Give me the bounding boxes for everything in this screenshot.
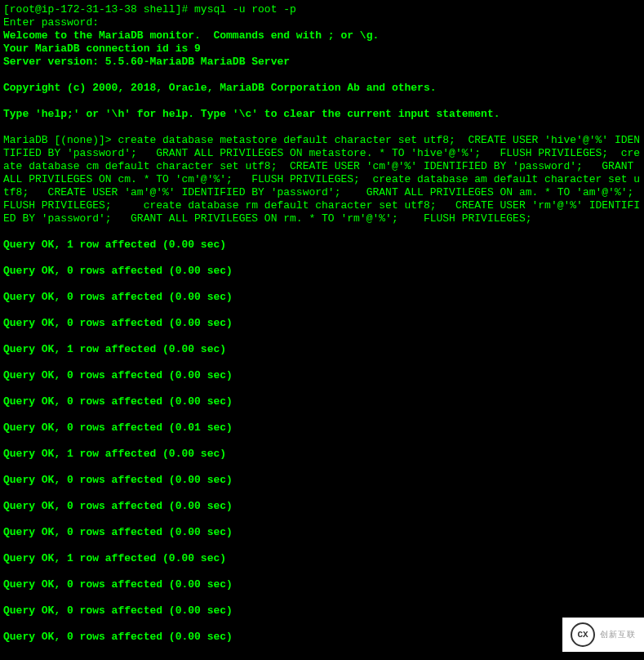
welcome-line: Welcome to the MariaDB monitor. Commands… [3,29,641,42]
query-result: Query OK, 0 rows affected (0.00 sec) [3,631,641,644]
query-result: Query OK, 1 row affected (0.00 sec) [3,448,641,461]
help-line: Type 'help;' or '\h' for help. Type '\c'… [3,108,641,121]
spacer [3,69,641,82]
spacer [3,435,641,448]
spacer [3,382,641,395]
spacer [3,591,641,604]
spacer [3,487,641,500]
query-result: Query OK, 0 rows affected (0.00 sec) [3,474,641,487]
query-result: Query OK, 0 rows affected (0.00 sec) [3,369,641,382]
spacer [3,539,641,552]
spacer [3,278,641,291]
query-result: Query OK, 0 rows affected (0.00 sec) [3,291,641,304]
query-result: Query OK, 0 rows affected (0.00 sec) [3,265,641,278]
query-result: Query OK, 1 row affected (0.00 sec) [3,552,641,565]
spacer [3,330,641,343]
connection-id-line: Your MariaDB connection id is 9 [3,42,641,56]
watermark: CX 创新互联 [562,618,644,652]
sql-statements-block: MariaDB [(none)]> create database metast… [3,134,641,225]
spacer [3,225,641,239]
query-result: Query OK, 0 rows affected (0.00 sec) [3,578,641,591]
query-result: Query OK, 1 row affected (0.00 sec) [3,239,641,252]
query-result: Query OK, 0 rows affected (0.00 sec) [3,317,641,330]
spacer [3,565,641,578]
query-result: Query OK, 1 row affected (0.00 sec) [3,343,641,356]
spacer [3,461,641,474]
spacer [3,95,641,108]
spacer [3,513,641,526]
shell-prompt-line: [root@ip-172-31-13-38 shell]# mysql -u r… [3,3,641,16]
watermark-icon: CX [571,622,595,647]
spacer [3,356,641,369]
query-result: Query OK, 0 rows affected (0.00 sec) [3,500,641,513]
enter-password-line: Enter password: [3,16,641,29]
spacer [3,408,641,421]
copyright-line: Copyright (c) 2000, 2018, Oracle, MariaD… [3,82,641,95]
spacer [3,304,641,317]
spacer [3,618,641,631]
spacer [3,121,641,134]
spacer [3,252,641,265]
query-result: Query OK, 0 rows affected (0.00 sec) [3,526,641,539]
watermark-label: 创新互联 [600,628,636,641]
query-result: Query OK, 0 rows affected (0.00 sec) [3,395,641,408]
query-result: Query OK, 0 rows affected (0.00 sec) [3,604,641,618]
server-version-line: Server version: 5.5.60-MariaDB MariaDB S… [3,56,641,69]
query-result: Query OK, 0 rows affected (0.01 sec) [3,421,641,435]
